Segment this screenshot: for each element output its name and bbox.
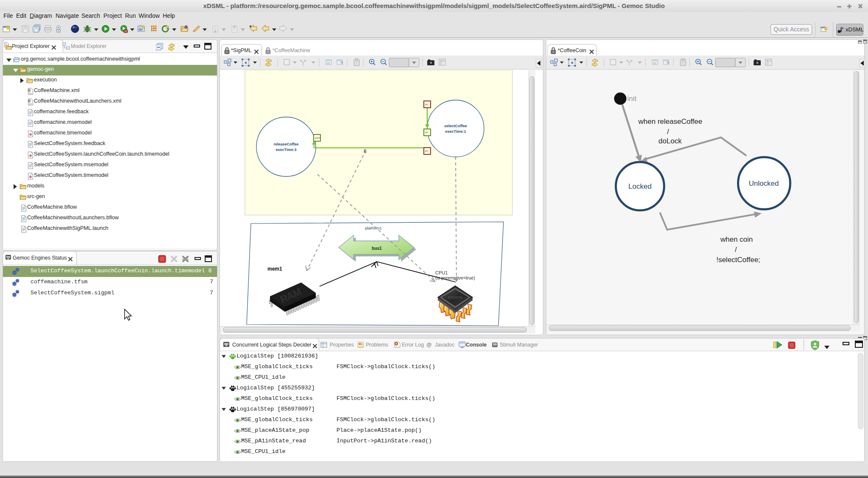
- svg-text:init: init: [627, 95, 637, 103]
- svg-text:pA...: pA...: [425, 131, 429, 134]
- svg-text:NUUOLN: NUUOLN: [448, 296, 462, 299]
- svg-text:when releaseCoffee: when releaseCoffee: [638, 117, 702, 126]
- svg-text:o◊: o◊: [653, 61, 657, 64]
- svg-text:CPU1: CPU1: [435, 270, 448, 275]
- svg-text:pA...: pA...: [425, 150, 429, 152]
- svg-text:pA2m: pA2m: [315, 137, 320, 139]
- svg-text:/: /: [667, 128, 669, 136]
- svg-text:Gr: Gr: [139, 28, 142, 31]
- svg-text:!selectCoffee;: !selectCoffee;: [716, 256, 760, 264]
- svg-text:mem1: mem1: [267, 266, 282, 272]
- svg-text:when coin: when coin: [720, 235, 753, 243]
- svg-text:Unlocked: Unlocked: [749, 179, 779, 187]
- svg-text:bus1: bus1: [372, 246, 382, 251]
- svg-text:execTime:1: execTime:1: [445, 129, 466, 134]
- svg-text:platform1: platform1: [365, 226, 382, 230]
- svg-text:o◊: o◊: [327, 61, 330, 64]
- svg-text:releaseCoffee: releaseCoffee: [273, 142, 298, 146]
- svg-text:pA...: pA...: [425, 103, 429, 106]
- svg-text:/: /: [735, 246, 737, 254]
- svg-text:execTime:3: execTime:3: [276, 148, 297, 152]
- svg-text:Locked: Locked: [629, 182, 652, 190]
- svg-text:selectCoffee: selectCoffee: [444, 124, 467, 128]
- svg-text:doLock: doLock: [659, 137, 682, 145]
